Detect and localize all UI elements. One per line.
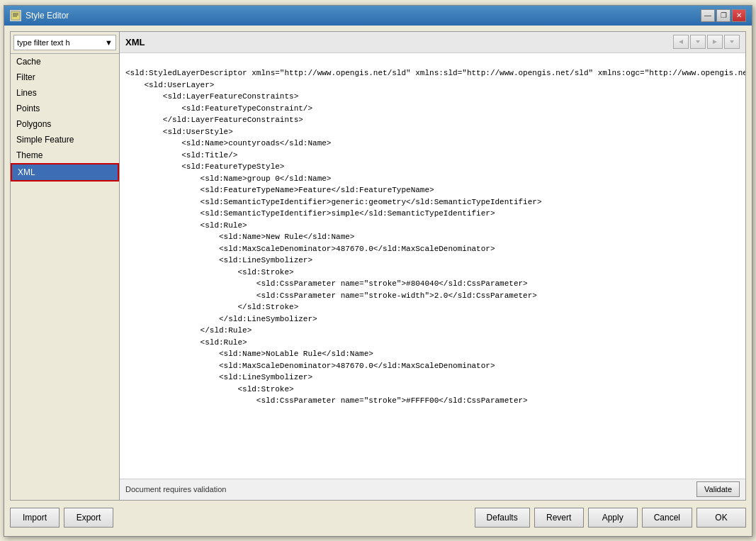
import-button[interactable]: Import	[10, 508, 60, 528]
svg-marker-4	[679, 40, 683, 44]
svg-marker-7	[730, 40, 734, 43]
panel-header: XML	[120, 32, 745, 53]
revert-button[interactable]: Revert	[534, 508, 584, 528]
title-bar-left: Style Editor	[10, 10, 69, 21]
right-panel: XML	[120, 31, 746, 501]
bottom-buttons: Import Export Defaults Revert Apply Canc…	[10, 505, 746, 530]
sidebar-item-cache[interactable]: Cache	[11, 54, 119, 69]
sidebar-items: Cache Filter Lines Points Polygons Simpl…	[11, 54, 119, 500]
panel-toolbar	[673, 35, 740, 49]
cancel-button[interactable]: Cancel	[642, 508, 692, 528]
svg-marker-6	[713, 40, 717, 44]
bottom-right-buttons: Defaults Revert Apply Cancel OK	[475, 508, 746, 528]
window-body: type filter text h ▼ Cache Filter Lines …	[4, 26, 752, 536]
main-content: type filter text h ▼ Cache Filter Lines …	[10, 31, 746, 501]
ok-button[interactable]: OK	[696, 508, 746, 528]
apply-button[interactable]: Apply	[588, 508, 638, 528]
dropdown-button[interactable]	[690, 35, 706, 49]
sidebar-item-simple-feature[interactable]: Simple Feature	[11, 132, 119, 147]
validation-message: Document requires validation	[125, 485, 226, 493]
forward-button[interactable]	[707, 35, 723, 49]
style-editor-window: Style Editor — ❐ ✕ type filter text h ▼ …	[4, 5, 752, 537]
xml-content: <sld:StyledLayerDescriptor xmlns="http:/…	[120, 53, 745, 410]
sidebar: type filter text h ▼ Cache Filter Lines …	[10, 31, 120, 501]
title-bar: Style Editor — ❐ ✕	[4, 6, 752, 26]
back-button[interactable]	[673, 35, 689, 49]
validate-button[interactable]: Validate	[696, 481, 740, 497]
sidebar-item-points[interactable]: Points	[11, 101, 119, 116]
bottom-left-buttons: Import Export	[10, 508, 113, 528]
sidebar-item-filter[interactable]: Filter	[11, 69, 119, 85]
sidebar-filter: type filter text h ▼	[11, 32, 119, 54]
sidebar-item-polygons[interactable]: Polygons	[11, 116, 119, 132]
window-icon	[10, 10, 21, 21]
defaults-button[interactable]: Defaults	[475, 508, 530, 528]
forward-dropdown-button[interactable]	[724, 35, 740, 49]
minimize-button[interactable]: —	[701, 9, 715, 22]
restore-button[interactable]: ❐	[716, 9, 730, 22]
export-button[interactable]: Export	[64, 508, 113, 528]
filter-input[interactable]: type filter text h ▼	[13, 35, 116, 50]
svg-rect-0	[11, 11, 20, 20]
sidebar-item-xml[interactable]: XML	[11, 163, 119, 182]
close-button[interactable]: ✕	[732, 9, 746, 22]
title-buttons: — ❐ ✕	[701, 9, 746, 22]
validation-bar: Document requires validation Validate	[120, 479, 745, 500]
window-title: Style Editor	[26, 11, 69, 21]
filter-text: type filter text h	[17, 38, 70, 47]
svg-marker-5	[696, 40, 700, 43]
xml-editor-area[interactable]: <sld:StyledLayerDescriptor xmlns="http:/…	[120, 53, 745, 479]
filter-arrow: ▼	[105, 38, 113, 47]
panel-title: XML	[125, 37, 145, 48]
sidebar-item-theme[interactable]: Theme	[11, 147, 119, 163]
sidebar-item-lines[interactable]: Lines	[11, 85, 119, 101]
